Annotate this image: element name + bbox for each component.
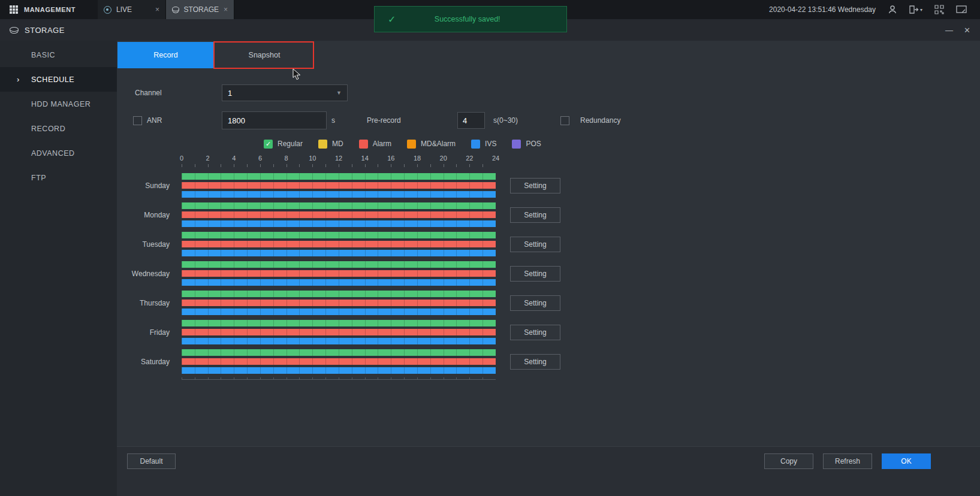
- baseline-ticks: [182, 377, 496, 380]
- legend-pos[interactable]: POS: [512, 140, 541, 149]
- sidebar-item-hdd-manager[interactable]: HDD MANAGER: [0, 92, 117, 116]
- alarm-bar[interactable]: [182, 329, 496, 335]
- logout-caret-icon: ▾: [920, 7, 922, 13]
- logout-icon[interactable]: ▾: [909, 5, 922, 14]
- prerecord-input[interactable]: [457, 112, 485, 129]
- copy-button[interactable]: Copy: [764, 453, 813, 469]
- ivs-checkbox[interactable]: [471, 140, 480, 149]
- sidebar-item-record[interactable]: RECORD: [0, 116, 117, 141]
- timeline-bars-saturday[interactable]: [182, 349, 496, 374]
- legend-regular[interactable]: Regular: [264, 140, 303, 149]
- schedule-grid: 0 2 4 6 8 10 12 14 16 18 20 22 24 Sunday…: [117, 155, 560, 380]
- pos-checkbox[interactable]: [512, 140, 521, 149]
- ivs-bar[interactable]: [182, 367, 496, 374]
- prerecord-label: Pre-record: [367, 116, 401, 125]
- setting-button-tuesday[interactable]: Setting: [510, 237, 560, 252]
- regular-bar[interactable]: [182, 232, 496, 238]
- channel-value: 1: [228, 89, 232, 98]
- anr-checkbox[interactable]: [133, 116, 142, 125]
- ok-button[interactable]: OK: [882, 453, 931, 469]
- sidebar-item-basic[interactable]: BASIC: [0, 43, 117, 67]
- check-icon: ✓: [388, 14, 396, 25]
- toast-text: Successfully saved!: [404, 15, 566, 23]
- refresh-button[interactable]: Refresh: [823, 453, 872, 469]
- schedule-row-saturday: Saturday Setting: [117, 347, 560, 376]
- chevron-down-icon: ▼: [336, 90, 342, 96]
- setting-button-sunday[interactable]: Setting: [510, 178, 560, 193]
- display-settings-icon[interactable]: [956, 5, 967, 14]
- regular-bar[interactable]: [182, 291, 496, 297]
- schedule-row-thursday: Thursday Setting: [117, 288, 560, 317]
- redundancy-checkbox[interactable]: [560, 116, 569, 125]
- alarm-bar[interactable]: [182, 182, 496, 189]
- regular-bar[interactable]: [182, 320, 496, 326]
- sidebar-item-advanced[interactable]: ADVANCED: [0, 141, 117, 165]
- timeline-bars-sunday[interactable]: [182, 173, 496, 198]
- legend-ivs[interactable]: IVS: [471, 140, 496, 149]
- legend-alarm[interactable]: Alarm: [359, 140, 391, 149]
- md-checkbox[interactable]: [318, 140, 327, 149]
- timeline-bars-thursday[interactable]: [182, 291, 496, 315]
- toast-success: ✓ Successfully saved!: [374, 6, 567, 32]
- channel-label: Channel: [135, 84, 162, 101]
- tab-record[interactable]: Record: [117, 42, 214, 68]
- alarm-bar[interactable]: [182, 300, 496, 306]
- alarm-checkbox[interactable]: [359, 140, 368, 149]
- tab-snapshot[interactable]: Snapshot: [215, 42, 314, 68]
- tab-storage-close-icon[interactable]: ×: [224, 5, 228, 14]
- legend-md-alarm[interactable]: MD&Alarm: [407, 140, 456, 149]
- legend-md[interactable]: MD: [318, 140, 343, 149]
- tab-storage[interactable]: STORAGE ×: [166, 0, 234, 19]
- apps-grid-icon: [10, 5, 18, 14]
- alarm-bar[interactable]: [182, 211, 496, 218]
- datetime-display: 2020-04-22 13:51:46 Wednesday: [769, 5, 876, 14]
- sidebar-item-ftp[interactable]: FTP: [0, 165, 117, 190]
- management-menu[interactable]: MANAGEMENT: [0, 0, 98, 19]
- regular-bar[interactable]: [182, 202, 496, 209]
- channel-select[interactable]: 1 ▼: [222, 84, 348, 101]
- tab-live-close-icon[interactable]: ×: [155, 5, 159, 14]
- alarm-bar[interactable]: [182, 270, 496, 277]
- live-icon: [104, 6, 111, 14]
- setting-button-monday[interactable]: Setting: [510, 207, 560, 223]
- md-alarm-checkbox[interactable]: [407, 140, 416, 149]
- timeline-bars-monday[interactable]: [182, 202, 496, 227]
- close-button[interactable]: ✕: [964, 26, 970, 35]
- management-label: MANAGEMENT: [24, 6, 76, 13]
- regular-bar[interactable]: [182, 261, 496, 268]
- timeline-ruler: 0 2 4 6 8 10 12 14 16 18 20 22 24: [182, 155, 496, 164]
- ivs-bar[interactable]: [182, 220, 496, 227]
- user-icon[interactable]: [888, 5, 897, 14]
- anr-unit: s: [331, 116, 335, 125]
- ivs-bar[interactable]: [182, 338, 496, 344]
- regular-checkbox[interactable]: [264, 140, 273, 149]
- tab-live-label: LIVE: [116, 5, 150, 14]
- alarm-bar[interactable]: [182, 241, 496, 247]
- ivs-bar[interactable]: [182, 191, 496, 198]
- record-type-legend: Regular MD Alarm MD&Alarm IVS POS: [264, 139, 541, 149]
- timeline-bars-wednesday[interactable]: [182, 261, 496, 286]
- anr-label: ANR: [147, 116, 162, 125]
- default-button[interactable]: Default: [127, 453, 176, 469]
- storage-icon: [172, 7, 179, 13]
- sidebar: BASIC › SCHEDULE HDD MANAGER RECORD ADVA…: [0, 41, 117, 496]
- setting-button-saturday[interactable]: Setting: [510, 354, 560, 370]
- window-title: STORAGE: [25, 26, 65, 35]
- regular-bar[interactable]: [182, 173, 496, 180]
- timeline-bars-friday[interactable]: [182, 320, 496, 344]
- alarm-bar[interactable]: [182, 358, 496, 365]
- tab-live[interactable]: LIVE ×: [98, 0, 166, 19]
- timeline-bars-tuesday[interactable]: [182, 232, 496, 256]
- setting-button-friday[interactable]: Setting: [510, 325, 560, 340]
- minimize-button[interactable]: —: [945, 26, 953, 35]
- qr-code-icon[interactable]: [934, 5, 944, 14]
- setting-button-thursday[interactable]: Setting: [510, 295, 560, 311]
- ivs-bar[interactable]: [182, 309, 496, 315]
- anr-input[interactable]: [222, 111, 327, 129]
- sidebar-item-schedule[interactable]: › SCHEDULE: [0, 67, 117, 92]
- ivs-bar[interactable]: [182, 250, 496, 256]
- regular-bar[interactable]: [182, 349, 496, 356]
- redundancy-label: Redundancy: [580, 116, 620, 125]
- setting-button-wednesday[interactable]: Setting: [510, 266, 560, 282]
- ivs-bar[interactable]: [182, 279, 496, 286]
